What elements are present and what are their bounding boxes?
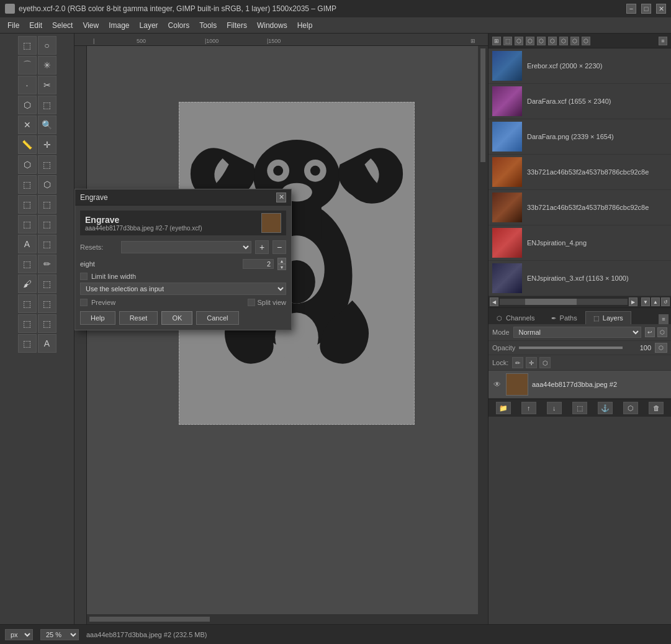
tool-ellipse-select[interactable]: ○: [38, 36, 56, 55]
new-layer-group-button[interactable]: 📁: [496, 402, 511, 414]
image-panel-menu[interactable]: ≡: [659, 37, 667, 45]
v-scrollbar[interactable]: [478, 46, 488, 614]
lock-position-button[interactable]: ✛: [526, 357, 537, 368]
scroll-up-button[interactable]: ▲: [651, 297, 660, 306]
height-down-button[interactable]: ▼: [277, 264, 286, 270]
tool-scale[interactable]: ⬚: [18, 195, 37, 214]
remove-preset-button[interactable]: −: [272, 240, 286, 254]
image-zoom-icon[interactable]: ⬡: [570, 37, 579, 45]
tool-airbrush[interactable]: ⬚: [18, 294, 37, 313]
tool-text[interactable]: A: [18, 235, 37, 253]
tool-eraser[interactable]: ⬚: [38, 274, 56, 293]
list-item[interactable]: 33b721ac46b53f2a4537b8786cbc92c8e: [489, 190, 671, 225]
tool-heal[interactable]: ⬚: [38, 314, 56, 333]
image-sort-icon[interactable]: ⬡: [515, 37, 523, 45]
tool-measure[interactable]: 📏: [18, 135, 37, 154]
height-up-button[interactable]: ▲: [277, 258, 286, 264]
minimize-button[interactable]: −: [626, 4, 636, 14]
list-item[interactable]: ENJspiration_4.png: [489, 225, 671, 261]
tool-paths[interactable]: ⬚: [38, 96, 56, 114]
anchor-layer-button[interactable]: ⚓: [598, 402, 613, 414]
list-item[interactable]: 33b721ac46b53f2a4537b8786cbc92c8e: [489, 155, 671, 190]
preview-checkbox[interactable]: [80, 299, 88, 306]
resets-select[interactable]: [121, 241, 251, 253]
menu-select[interactable]: Select: [47, 20, 78, 31]
tool-align[interactable]: ⬡: [18, 155, 37, 174]
tool-zoom[interactable]: 🔍: [38, 116, 56, 134]
lower-layer-button[interactable]: ↓: [547, 402, 562, 414]
unit-select[interactable]: px in mm: [5, 629, 33, 640]
opacity-slider[interactable]: [519, 347, 623, 349]
height-spinner[interactable]: ▲ ▼: [277, 258, 286, 270]
tool-shear[interactable]: ⬚: [38, 195, 56, 214]
scroll-left-button[interactable]: ◀: [490, 297, 498, 306]
tool-rotate[interactable]: ⬡: [38, 175, 56, 194]
list-item[interactable]: DaraFara.png (2339 × 1654): [489, 119, 671, 155]
ok-button[interactable]: OK: [161, 311, 192, 325]
tool-free-select[interactable]: ⌒: [18, 56, 37, 75]
delete-layer-button[interactable]: 🗑: [649, 402, 664, 414]
reset-button[interactable]: Reset: [119, 311, 158, 325]
mode-icon-1[interactable]: ↩: [645, 327, 655, 337]
tool-scissors[interactable]: ✂: [38, 76, 56, 94]
menu-windows[interactable]: Windows: [252, 20, 292, 31]
height-input[interactable]: 2: [243, 259, 274, 269]
image-refresh-icon[interactable]: ⬡: [559, 37, 568, 45]
dialog-close-button[interactable]: ✕: [276, 193, 286, 202]
scroll-right-button[interactable]: ▶: [629, 297, 637, 306]
cancel-button[interactable]: Cancel: [196, 311, 238, 325]
opacity-spin[interactable]: ⬡: [655, 343, 667, 353]
tab-paths[interactable]: ✒ Paths: [543, 311, 585, 324]
tool-paintbrush[interactable]: 🖌: [18, 274, 37, 293]
add-preset-button[interactable]: +: [255, 240, 269, 254]
layer-entry[interactable]: 👁 aaa44eb8177d3bba.jpeg #2: [489, 371, 671, 399]
menu-help[interactable]: Help: [292, 20, 318, 31]
use-selection-select[interactable]: Use the selection as input: [80, 283, 286, 295]
menu-file[interactable]: File: [2, 20, 24, 31]
tool-foreground-select[interactable]: ⬡: [18, 96, 37, 114]
tool-transform[interactable]: ⬚: [38, 155, 56, 174]
image-config-icon[interactable]: ⬡: [537, 37, 546, 45]
tool-crop[interactable]: ⬚: [18, 175, 37, 194]
duplicate-layer-button[interactable]: ⬚: [572, 402, 587, 414]
list-item[interactable]: Erebor.xcf (2000 × 2230): [489, 48, 671, 84]
tool-pencil[interactable]: ✏: [38, 255, 56, 273]
tool-move[interactable]: ✛: [38, 135, 56, 154]
layer-visibility-toggle[interactable]: 👁: [492, 379, 502, 389]
mode-select[interactable]: Normal: [513, 327, 641, 338]
lock-alpha-button[interactable]: ⬡: [539, 357, 551, 368]
image-list-scrollbar[interactable]: ◀ ▶ ▼ ▲ ↺: [489, 296, 671, 307]
close-button[interactable]: ✕: [656, 4, 666, 14]
tool-perspective[interactable]: ⬚: [18, 215, 37, 234]
tool-fuzzy-select[interactable]: ✳: [38, 56, 56, 75]
zoom-select[interactable]: 25 % 50 % 100 %: [40, 629, 79, 640]
image-view-icon[interactable]: ⬚: [503, 37, 512, 45]
menu-tools[interactable]: Tools: [194, 20, 222, 31]
tool-color-picker[interactable]: ✕: [18, 116, 37, 134]
images-icon[interactable]: ⊞: [492, 37, 501, 45]
menu-view[interactable]: View: [78, 20, 104, 31]
tool-ink[interactable]: ⬚: [38, 294, 56, 313]
list-item[interactable]: DaraFara.xcf (1655 × 2340): [489, 84, 671, 119]
raise-layer-button[interactable]: ↑: [521, 402, 536, 414]
menu-layer[interactable]: Layer: [135, 20, 163, 31]
tool-dodge[interactable]: ⬚: [18, 334, 37, 353]
limit-line-checkbox[interactable]: [80, 273, 88, 280]
tool-bucket[interactable]: ⬚: [38, 235, 56, 253]
mode-icon-2[interactable]: ⬡: [657, 327, 667, 337]
scroll-track[interactable]: [500, 299, 628, 305]
layers-panel-menu[interactable]: ≡: [659, 314, 669, 324]
tool-blend[interactable]: ⬚: [18, 255, 37, 273]
tool-flip[interactable]: ⬚: [38, 215, 56, 234]
h-scrollbar[interactable]: [87, 614, 488, 624]
help-button[interactable]: Help: [80, 311, 115, 325]
image-filter-icon[interactable]: ⬡: [526, 37, 534, 45]
tool-select-by-color[interactable]: ·: [18, 76, 37, 94]
menu-edit[interactable]: Edit: [24, 20, 47, 31]
tab-channels[interactable]: ⬡ Channels: [489, 311, 543, 324]
menu-colors[interactable]: Colors: [163, 20, 195, 31]
merge-layers-button[interactable]: ⬡: [623, 402, 638, 414]
image-expand-icon[interactable]: ⬡: [582, 37, 590, 45]
list-item[interactable]: ENJspiration_3.xcf (1163 × 1000): [489, 261, 671, 296]
image-move-icon[interactable]: ⬡: [548, 37, 557, 45]
